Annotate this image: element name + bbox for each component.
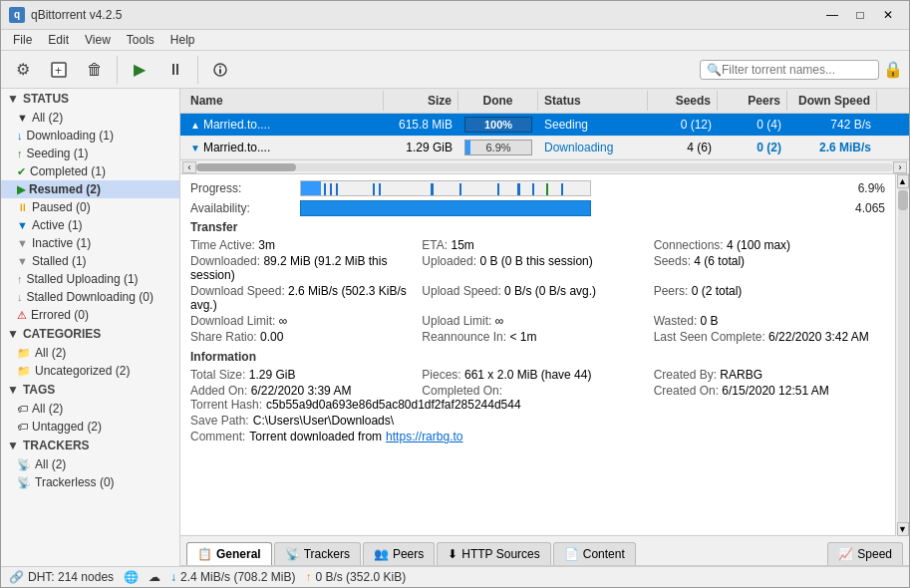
- horizontal-scrollbar[interactable]: ‹ ›: [180, 159, 909, 173]
- col-header-name[interactable]: Name: [184, 91, 384, 111]
- search-icon: 🔍: [707, 63, 722, 77]
- hash-row: Torrent Hash: c5b55a9d0a693e86d5ac80d1df…: [190, 398, 885, 412]
- speed-button[interactable]: 📈 Speed: [827, 542, 903, 565]
- cloud-icon-status: ☁: [149, 570, 160, 584]
- sidebar-item-completed[interactable]: ✔ Completed (1): [1, 162, 179, 180]
- torrent-down-2: 2.6 MiB/s: [787, 139, 877, 156]
- col-header-seeds[interactable]: Seeds: [648, 91, 718, 111]
- col-header-size[interactable]: Size: [384, 91, 458, 111]
- options-button[interactable]: ⚙: [7, 54, 39, 86]
- sidebar-item-downloading[interactable]: ↓ Downloading (1): [1, 127, 179, 145]
- transfer-down-speed: Download Speed: 2.6 MiB/s (502.3 KiB/s a…: [190, 284, 422, 312]
- sidebar-item-trackerless[interactable]: 📡 Trackerless (0): [1, 473, 179, 491]
- transfer-last-seen: Last Seen Complete: 6/22/2020 3:42 AM: [654, 330, 885, 344]
- col-header-peers[interactable]: Peers: [718, 91, 787, 111]
- search-input[interactable]: [722, 63, 871, 77]
- table-row[interactable]: ▲ Married.to.... 615.8 MiB 100% Seeding …: [180, 114, 909, 137]
- sidebar-section-tags-label: TAGS: [23, 383, 55, 397]
- add-torrent-button[interactable]: +: [43, 54, 75, 86]
- col-header-done[interactable]: Done: [458, 91, 538, 111]
- network-icon: 🌐: [124, 570, 139, 584]
- sidebar-section-trackers[interactable]: ▼ TRACKERS: [1, 436, 179, 455]
- sidebar-section-categories[interactable]: ▼ CATEGORIES: [1, 324, 179, 344]
- tab-http-sources[interactable]: ⬇ HTTP Sources: [437, 542, 550, 565]
- hash-value: c5b55a9d0a693e86d5ac80d1df2faf285244d544: [266, 398, 521, 412]
- menu-help[interactable]: Help: [162, 31, 203, 49]
- sidebar-item-stalled-uploading[interactable]: ↑ Stalled Uploading (1): [1, 270, 179, 288]
- sidebar-item-tracker-all[interactable]: 📡 All (2): [1, 455, 179, 473]
- transfer-eta: ETA: 15m: [422, 238, 653, 252]
- scroll-thumb-v[interactable]: [898, 190, 908, 210]
- piece-8: [497, 183, 499, 195]
- sidebar-item-uncategorized-label: Uncategorized (2): [35, 364, 130, 378]
- sidebar-item-stalled-downloading[interactable]: ↓ Stalled Downloading (0): [1, 288, 179, 306]
- menu-view[interactable]: View: [77, 31, 119, 49]
- progress-row: Progress:: [190, 180, 885, 196]
- comment-link[interactable]: https://rarbg.to: [386, 430, 462, 443]
- sidebar-item-cat-all[interactable]: 📁 All (2): [1, 344, 179, 362]
- sidebar-item-active[interactable]: ▼ Active (1): [1, 216, 179, 234]
- app-icon: q: [9, 7, 25, 23]
- collapse-icon: ▼: [7, 92, 19, 106]
- torrent-peers-1: 0 (4): [718, 116, 787, 134]
- scroll-down-btn[interactable]: ▼: [897, 522, 909, 536]
- sidebar-section-status[interactable]: ▼ STATUS: [1, 89, 179, 109]
- resume-button[interactable]: ▶: [124, 54, 155, 86]
- content-tab-label: Content: [583, 547, 625, 561]
- col-header-down[interactable]: Down Speed: [787, 91, 877, 111]
- torrent-seeds-2: 4 (6): [648, 139, 718, 156]
- sidebar-item-errored[interactable]: ⚠ Errored (0): [1, 306, 179, 324]
- minimize-button[interactable]: —: [819, 5, 845, 25]
- detail-scrollbar[interactable]: ▲ ▼: [895, 174, 909, 535]
- dht-status: 🔗 DHT: 214 nodes: [9, 570, 114, 584]
- close-button[interactable]: ✕: [875, 5, 901, 25]
- scroll-right-btn[interactable]: ›: [893, 161, 907, 173]
- sidebar-item-tag-all[interactable]: 🏷 All (2): [1, 400, 179, 418]
- sidebar-item-all[interactable]: ▼ All (2): [1, 109, 179, 127]
- menubar: File Edit View Tools Help: [1, 30, 909, 51]
- svg-point-3: [219, 66, 221, 68]
- scroll-track-v: [898, 188, 908, 521]
- tab-content[interactable]: 📄 Content: [553, 542, 636, 565]
- menu-edit[interactable]: Edit: [40, 31, 77, 49]
- tab-general[interactable]: 📋 General: [186, 542, 272, 565]
- sidebar-item-errored-label: Errored (0): [31, 308, 89, 322]
- tab-peers[interactable]: 👥 Peers: [363, 542, 435, 565]
- scroll-up-btn[interactable]: ▲: [897, 174, 909, 188]
- sidebar-item-untagged[interactable]: 🏷 Untagged (2): [1, 418, 179, 436]
- menu-file[interactable]: File: [5, 31, 40, 49]
- sidebar-item-seeding[interactable]: ↑ Seeding (1): [1, 145, 179, 162]
- sidebar-section-categories-label: CATEGORIES: [23, 327, 101, 341]
- col-header-status[interactable]: Status: [538, 91, 648, 111]
- scroll-left-btn[interactable]: ‹: [182, 161, 196, 173]
- piece-9: [517, 183, 520, 195]
- scroll-thumb[interactable]: [196, 163, 296, 171]
- sidebar-item-uncategorized[interactable]: 📁 Uncategorized (2): [1, 362, 179, 380]
- sidebar-item-resumed-label: Resumed (2): [29, 182, 101, 196]
- folder-icon: 📁: [17, 347, 31, 360]
- sidebar-item-all-label: All (2): [32, 111, 63, 125]
- maximize-button[interactable]: □: [847, 5, 873, 25]
- titlebar-left: q qBittorrent v4.2.5: [9, 7, 122, 23]
- sidebar-item-stalled-label: Stalled (1): [32, 254, 87, 268]
- sidebar-item-inactive[interactable]: ▼ Inactive (1): [1, 234, 179, 252]
- tab-trackers[interactable]: 📡 Trackers: [274, 542, 361, 565]
- pause-button[interactable]: ⏸: [159, 54, 191, 86]
- torrent-name-2: ▼ Married.to....: [184, 139, 384, 156]
- table-row[interactable]: ▼ Married.to.... 1.29 GiB 6.9% Downloadi…: [180, 137, 909, 159]
- sidebar-section-tags[interactable]: ▼ TAGS: [1, 380, 179, 400]
- transfer-uploaded: Uploaded: 0 B (0 B this session): [422, 254, 653, 282]
- progress-label: Progress:: [190, 181, 300, 195]
- torrent-done-2: 6.9%: [458, 140, 538, 155]
- general-tab-icon: 📋: [197, 547, 212, 561]
- sidebar-item-resumed[interactable]: ▶ Resumed (2): [1, 180, 179, 198]
- folder2-icon: 📁: [17, 365, 31, 378]
- menu-tools[interactable]: Tools: [119, 31, 162, 49]
- sidebar-item-stalled[interactable]: ▼ Stalled (1): [1, 252, 179, 270]
- transfer-seeds: Seeds: 4 (6 total): [654, 254, 885, 282]
- detail-panel: Progress:: [180, 174, 895, 535]
- svg-rect-4: [219, 69, 221, 74]
- sidebar-item-paused[interactable]: ⏸ Paused (0): [1, 198, 179, 216]
- remove-button[interactable]: 🗑: [79, 54, 111, 86]
- properties-button[interactable]: [204, 54, 236, 86]
